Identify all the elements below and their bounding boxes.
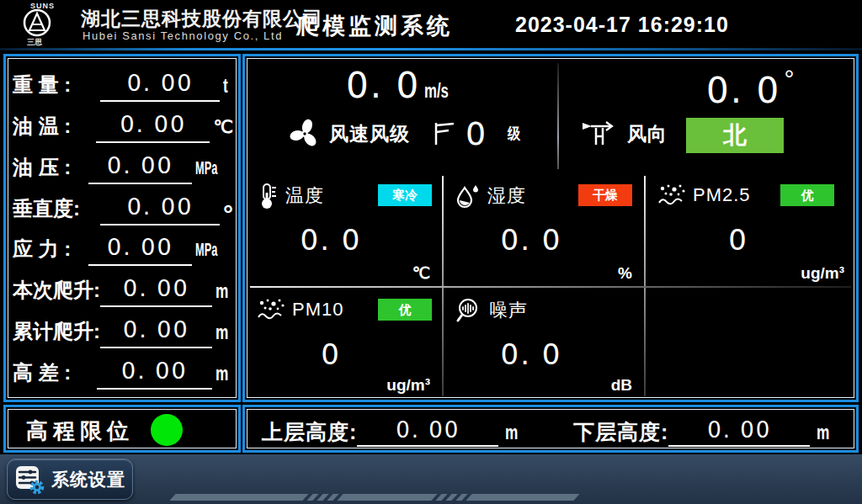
lower-height-unit: m [817,418,829,447]
noise-value: 0. 0 [444,337,619,371]
metric-unit: ° [223,204,233,225]
noise-label: 噪声 [489,298,528,323]
humidity-value: 0. 0 [444,223,619,257]
upper-height-group: 上层高度: 0. 00 m [262,415,524,447]
wind-section-divider [557,63,559,169]
metric-row-total-climb: 累计爬升: 0. 00 m [13,311,233,348]
upper-height-label: 上层高度: [262,416,357,447]
metric-label: 油 压 : [13,151,88,184]
metric-value: 0. 00 [100,272,212,307]
company-logo: SUNS 三思 [20,2,79,47]
metric-label: 垂直度: [13,192,100,225]
metric-label: 重 量 : [13,68,100,102]
page-title: 爬模监测系统 [296,11,453,41]
metric-unit: m [216,358,228,390]
wind-level-row: 风速风级 0 级 [289,115,522,152]
temperature-value: 0. 0 [245,223,417,257]
thermometer-icon [257,183,279,210]
metric-row-oil-temp: 油 温 : 0. 00 ℃ [13,106,233,143]
metric-row-current-climb: 本次爬升: 0. 00 m [13,270,233,307]
monitoring-dashboard: SUNS 三思 湖北三思科技股份有限公司 Hubei Sansi Technol… [0,0,862,504]
pm25-label: PM2.5 [693,184,751,206]
humidity-label: 湿度 [487,183,526,209]
metric-value: 0. 00 [97,354,212,390]
system-settings-button[interactable]: 系统设置 [7,459,133,500]
metric-value: 0. 00 [100,190,220,225]
grid-divider-h1 [250,286,851,288]
wind-direction-badge: 北 [686,118,784,153]
metric-row-weight: 重 量 : 0. 00 t [13,65,233,102]
metric-label: 应 力 : [13,232,88,266]
metric-unit: MPa [195,234,217,266]
metric-label: 累计爬升: [13,315,100,348]
taskbar: 系统设置 [0,454,862,504]
wind-direction-reading: 0. 0 ° [706,65,795,111]
humidity-cell: 湿度 干燥 0. 0 % [444,174,644,286]
metric-value: 0. 00 [88,231,192,266]
pm10-label: PM10 [292,299,343,321]
metric-label: 油 温 : [13,109,96,143]
metrics-panel: 重 量 : 0. 00 t 油 温 : 0. 00 ℃ 油 压 : 0. 00 … [3,54,241,402]
wind-direction-unit: ° [785,65,795,93]
pm25-value: 0 [646,223,831,257]
company-name-en: Hubei Sansi Technology Co., Ltd [82,29,283,42]
metric-row-verticality: 垂直度: 0. 00 ° [13,188,233,225]
temperature-cell: 温度 寒冷 0. 0 ℃ [245,174,442,286]
datetime-display: 2023-04-17 16:29:10 [515,13,729,37]
elevation-limit-label: 高程限位 [26,416,134,446]
settings-button-label: 系统设置 [51,468,125,491]
lower-height-label: 下层高度: [573,416,668,447]
lower-height-group: 下层高度: 0. 00 m [573,415,835,447]
lower-height-value: 0. 00 [668,415,810,447]
wind-level-unit: 级 [508,123,520,145]
pm25-status-badge: 优 [780,184,834,206]
pm25-unit: ug/m³ [801,264,844,283]
wind-level-icon [432,119,457,148]
wind-direction-label: 风向 [627,121,668,147]
environment-panel: 0. 0 m/s 风速风级 0 级 [242,54,859,402]
metric-value: 0. 00 [88,149,192,184]
wind-vane-icon [580,118,619,150]
upper-height-unit: m [505,418,518,447]
droplet-icon [455,183,481,210]
particles-icon [257,297,285,322]
metric-label: 本次爬升: [13,273,100,307]
wind-speed-label: 风速风级 [329,121,410,147]
metric-unit: m [216,275,228,307]
pm10-status-badge: 优 [378,299,432,321]
noise-cell: 噪声 0. 0 dB [444,289,644,398]
elevation-limit-indicator [151,414,183,446]
metric-label: 高 差 : [13,356,97,390]
noise-unit: dB [611,376,632,395]
metric-unit: t [223,70,228,102]
pm10-cell: PM10 优 0 ug/m³ [245,289,442,398]
pm10-unit: ug/m³ [386,376,430,395]
wind-direction-row: 风向 [580,118,668,150]
elevation-limit-box: 高程限位 [3,405,241,453]
wind-speed-value: 0. 0 [346,65,420,106]
metric-row-stress: 应 力 : 0. 00 MPa [13,229,233,266]
company-name-cn: 湖北三思科技股份有限公司 [81,6,323,32]
settings-sliders-gear-icon [14,464,45,495]
wind-speed-unit: m/s [424,79,449,103]
metric-unit: m [216,316,228,348]
fan-icon [289,118,321,150]
taskbar-decor-stripes [173,494,577,501]
header-divider [0,48,862,50]
layer-heights-box: 上层高度: 0. 00 m 下层高度: 0. 00 m [242,405,859,453]
upper-height-value: 0. 00 [357,415,498,447]
metric-unit: MPa [195,152,217,184]
temperature-status-badge: 寒冷 [378,184,432,206]
metric-row-oil-pressure: 油 压 : 0. 00 MPa [13,147,233,184]
header-bar: SUNS 三思 湖北三思科技股份有限公司 Hubei Sansi Technol… [0,0,862,48]
pm25-cell: PM2.5 优 0 ug/m³ [646,174,856,286]
particles-icon [657,183,686,208]
wind-speed-reading: 0. 0 m/s [346,65,459,106]
metric-unit: ℃ [213,111,233,143]
wind-level-value: 0 [466,115,486,152]
metric-value: 0. 00 [100,313,212,348]
wind-direction-value: 0. 0 [706,70,780,111]
noise-icon [455,297,482,324]
temperature-label: 温度 [285,183,324,209]
humidity-status-badge: 干燥 [578,184,632,206]
